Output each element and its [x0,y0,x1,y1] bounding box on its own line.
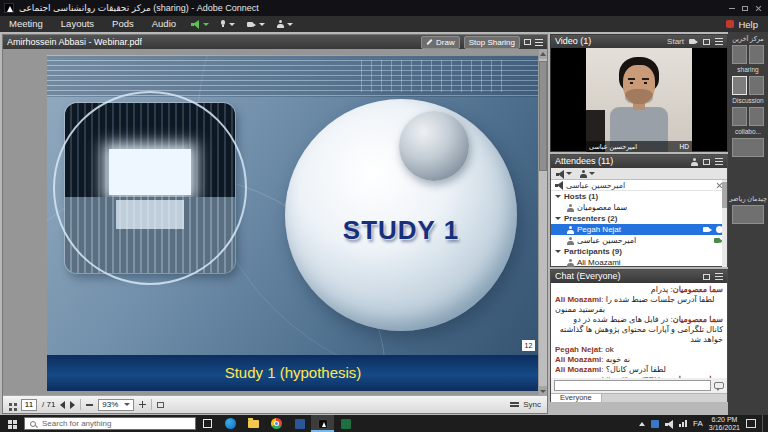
attendee-status-icon[interactable] [691,158,698,166]
help-button[interactable]: Help [726,19,768,30]
chat-sender: Ali Moazami [555,295,601,304]
photo-ring-decor [53,91,247,285]
fullscreen-button[interactable] [157,402,164,408]
active-speaker-row[interactable]: امیرحسین عباسی [551,180,727,191]
chat-input[interactable] [554,380,711,391]
scroll-up-button[interactable] [539,49,547,59]
notification-center-icon[interactable] [746,419,756,428]
maximize-icon[interactable] [742,6,748,11]
pod-menu-icon[interactable] [715,41,723,42]
audio-status-button[interactable] [556,170,572,178]
previous-page-button[interactable] [60,401,65,409]
chat-bubble-icon[interactable] [714,382,724,389]
chat-text: لطفا آدرس کانال؟ [606,365,666,374]
person-icon [567,237,574,245]
chat-sender: Ali Moazami [555,355,601,364]
chat-message: Ali Moazami: لطفا آدرس کانال؟ [555,365,723,375]
layout-thumbnail[interactable] [732,205,764,224]
close-icon[interactable] [755,5,762,12]
pod-menu-icon[interactable] [715,276,723,277]
group-header-participants[interactable]: Participants (9) [551,246,727,257]
layout-thumbnail[interactable] [749,107,764,126]
popout-icon[interactable] [703,274,710,280]
draw-button[interactable]: Draw [421,36,460,49]
user-status-button[interactable] [580,170,595,178]
layout-label: collabo... [735,128,761,136]
layout-thumbnail[interactable] [732,45,747,64]
layout-thumbnail[interactable] [749,76,764,95]
pod-menu-icon[interactable] [715,161,723,162]
network-icon[interactable] [679,420,687,427]
language-indicator[interactable]: FA [693,419,703,428]
vertical-scrollbar[interactable] [538,49,547,396]
status-menu-button[interactable] [271,20,299,28]
volume-icon[interactable] [665,420,673,428]
tab-everyone[interactable]: Everyone [551,394,602,402]
attendee-row-selected[interactable]: Pegah Nejat [551,224,727,235]
zoom-select[interactable]: 93% [98,399,134,411]
edge-button[interactable] [219,415,242,432]
file-explorer-button[interactable] [242,415,265,432]
menu-item-meeting[interactable]: Meeting [0,16,52,32]
excel-button[interactable] [334,415,357,432]
menu-item-pods[interactable]: Pods [103,16,143,32]
minimize-icon[interactable] [729,8,735,9]
help-label: Help [738,19,758,30]
menu-item-layouts[interactable]: Layouts [52,16,103,32]
chevron-down-icon [555,195,561,198]
layout-thumbnail[interactable] [732,138,764,157]
tray-app-icon[interactable] [651,420,659,428]
attendees-toolbar [551,168,727,180]
layout-thumbnail[interactable] [732,107,747,126]
webcam-icon[interactable] [689,39,698,44]
chat-pod: Chat (Everyone) سما معصومیان: پدرام Ali … [550,269,728,402]
zoom-in-button[interactable] [139,401,146,408]
layout-thumbnail-active[interactable] [732,76,747,95]
attendee-name: سما معصومیان [577,203,627,212]
start-webcam-button[interactable]: Start [667,35,684,48]
speaker-menu-button[interactable] [185,20,215,29]
stop-sharing-button[interactable]: Stop Sharing [464,36,520,49]
start-button[interactable] [0,415,24,432]
scrollbar-thumb[interactable] [722,182,727,208]
menu-item-audio[interactable]: Audio [143,16,185,32]
chevron-down-icon [229,23,235,26]
layout-label: مرکز آخرین [732,35,764,43]
thumbnails-icon[interactable] [9,403,12,406]
attendee-row[interactable]: امیرحسین عباسی [551,235,727,246]
chat-message: Pegah Nejat: ok [555,345,723,355]
popout-icon[interactable] [703,159,710,165]
chrome-button[interactable] [265,415,288,432]
title-bar: مرکز تحقیقات روانشناسی اجتماعی (sharing)… [0,0,768,16]
scrollbar-thumb[interactable] [539,61,547,171]
group-header-hosts[interactable]: Hosts (1) [551,191,727,202]
adobe-connect-button[interactable] [311,415,334,432]
attendee-row[interactable]: سما معصومیان [551,202,727,213]
popout-icon[interactable] [703,39,710,45]
attendee-row[interactable]: Ali Moazami [551,257,727,268]
taskbar-search[interactable] [24,417,196,430]
webcam-menu-button[interactable] [241,22,271,27]
popout-icon[interactable] [524,39,531,45]
sync-toggle[interactable]: Sync [510,400,541,409]
zoom-out-button[interactable] [86,404,93,406]
chat-pod-title: Chat (Everyone) [555,270,621,283]
microphone-menu-button[interactable] [215,20,241,28]
speaker-icon [555,181,563,189]
pdf-toolbar: / 71 93% Sync [3,395,547,413]
taskbar-clock[interactable]: 6:20 PM 3/16/2021 [709,416,740,432]
task-view-button[interactable] [196,415,219,432]
group-header-presenters[interactable]: Presenters (2) [551,213,727,224]
word-button[interactable] [288,415,311,432]
layout-thumbnail[interactable] [749,45,764,64]
next-page-button[interactable] [70,401,75,409]
tray-expand-icon[interactable] [639,422,645,426]
show-desktop-button[interactable] [762,415,765,432]
edge-icon [225,418,236,429]
vertical-scrollbar[interactable] [722,180,727,267]
excel-icon [341,419,351,429]
toolbar-divider [80,399,81,410]
pod-menu-icon[interactable] [535,42,543,43]
page-number-input[interactable] [21,399,37,411]
search-input[interactable] [40,418,170,429]
